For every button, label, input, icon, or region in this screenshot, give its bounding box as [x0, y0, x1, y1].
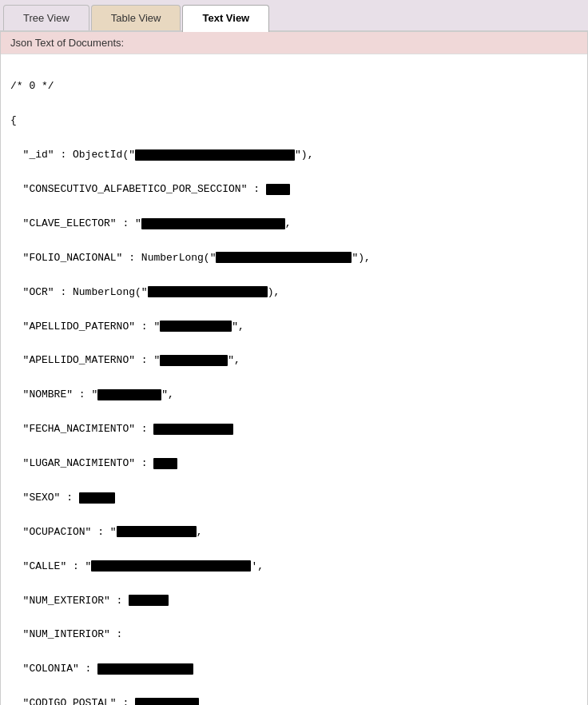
- json-content: /* 0 */ { "_id" : ObjectId(""), "CONSECU…: [1, 54, 587, 705]
- redacted-fnac: [153, 424, 233, 435]
- line-folio: "FOLIO_NACIONAL" : NumberLong(""),: [10, 249, 578, 266]
- json-label: Json Text of Documents:: [1, 32, 587, 54]
- redacted-amaterno: [160, 355, 228, 366]
- redacted-numext: [129, 595, 169, 606]
- tabs-bar: Tree View Table View Text View: [0, 0, 588, 32]
- line-nombre: "NOMBRE" : "",: [10, 386, 578, 403]
- redacted-ocr: [148, 286, 268, 297]
- line-calle: "CALLE" : "',: [10, 558, 578, 575]
- redacted-sexo: [79, 492, 115, 504]
- redacted-nombre: [97, 389, 161, 400]
- redacted-apaterno: [160, 321, 232, 332]
- line-clave-elector: "CLAVE_ELECTOR" : ",: [10, 215, 578, 232]
- app-container: Tree View Table View Text View Json Text…: [0, 0, 588, 705]
- redacted-cp: [135, 698, 199, 705]
- redacted-lnac: [153, 458, 177, 469]
- line-colonia: "COLONIA" :: [10, 660, 578, 677]
- line-comment: /* 0 */: [10, 78, 578, 94]
- line-ocupacion: "OCUPACION" : ",: [10, 524, 578, 540]
- redacted-clave: [141, 218, 285, 229]
- line-apellido-paterno: "APELLIDO_PATERNO" : "",: [10, 318, 578, 335]
- line-apellido-materno: "APELLIDO_MATERNO" : "",: [10, 352, 578, 368]
- line-lugar-nac: "LUGAR_NACIMIENTO" :: [10, 455, 578, 472]
- redacted-folio: [216, 252, 352, 263]
- tab-tree-view[interactable]: Tree View: [3, 5, 89, 30]
- line-consecutivo: "CONSECUTIVO_ALFABETICO_POR_SECCION" :: [10, 181, 578, 197]
- redacted-consecutivo: [266, 184, 290, 195]
- line-num-int: "NUM_INTERIOR" :: [10, 626, 578, 643]
- line-sexo: "SEXO" :: [10, 489, 578, 506]
- redacted-id: [135, 149, 295, 161]
- line-cp: "CODIGO_POSTAL" :: [10, 695, 578, 705]
- redacted-colonia: [97, 663, 193, 675]
- content-area: Json Text of Documents: /* 0 */ { "_id" …: [0, 32, 588, 705]
- line-id: "_id" : ObjectId(""),: [10, 146, 578, 163]
- tab-text-view[interactable]: Text View: [182, 5, 269, 32]
- line-ocr: "OCR" : NumberLong("),: [10, 284, 578, 301]
- line-fecha-nac: "FECHA_NACIMIENTO" :: [10, 420, 578, 437]
- redacted-calle: [91, 560, 251, 572]
- line-open-brace: {: [10, 112, 578, 129]
- tab-table-view[interactable]: Table View: [91, 5, 181, 30]
- redacted-ocup: [117, 526, 197, 537]
- line-num-ext: "NUM_EXTERIOR" :: [10, 592, 578, 609]
